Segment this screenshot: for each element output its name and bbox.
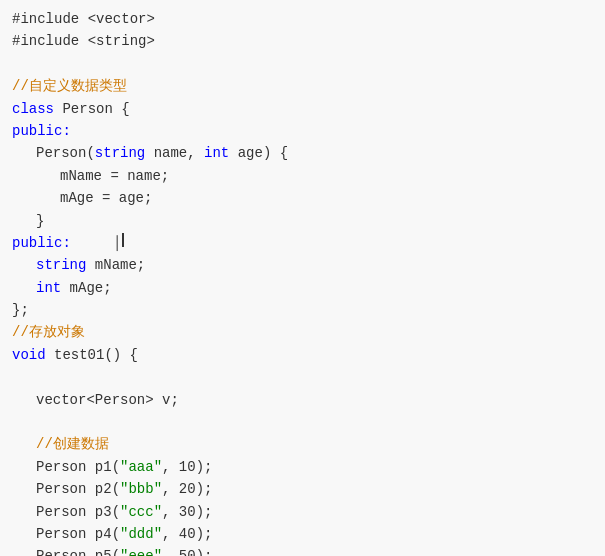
code-token: //自定义数据类型 bbox=[12, 75, 127, 97]
code-line: Person p5("eee", 50); bbox=[0, 545, 605, 556]
code-token: { bbox=[113, 98, 130, 120]
code-token: //创建数据 bbox=[36, 433, 109, 455]
code-token: mAge; bbox=[61, 277, 111, 299]
code-token: string bbox=[36, 254, 86, 276]
code-content: #include <vector>#include <string> //自定义… bbox=[0, 8, 605, 556]
code-line: //自定义数据类型 bbox=[0, 75, 605, 97]
code-line: class Person { bbox=[0, 98, 605, 120]
code-line: }; bbox=[0, 299, 605, 321]
code-token: Person bbox=[36, 456, 86, 478]
code-token: mAge bbox=[60, 187, 94, 209]
code-token: int bbox=[204, 142, 229, 164]
code-token: , 50); bbox=[162, 545, 212, 556]
code-token: p1( bbox=[86, 456, 120, 478]
code-token: public: bbox=[12, 120, 71, 142]
code-token: #include bbox=[12, 8, 88, 30]
code-token: test01() { bbox=[46, 344, 138, 366]
code-line bbox=[0, 366, 605, 388]
code-token: = name; bbox=[102, 165, 169, 187]
code-token: <vector> bbox=[88, 8, 155, 30]
code-token: Person bbox=[36, 501, 86, 523]
code-line: void test01() { bbox=[0, 344, 605, 366]
code-token: Person bbox=[36, 523, 86, 545]
code-token: "ddd" bbox=[120, 523, 162, 545]
code-token: p3( bbox=[86, 501, 120, 523]
code-token: "aaa" bbox=[120, 456, 162, 478]
code-line: Person p3("ccc", 30); bbox=[0, 501, 605, 523]
text-cursor bbox=[122, 233, 124, 247]
code-token: mName; bbox=[86, 254, 145, 276]
code-token: p2( bbox=[86, 478, 120, 500]
code-line: public: │ bbox=[0, 232, 605, 254]
code-token: <string> bbox=[88, 30, 155, 52]
code-line: public: bbox=[0, 120, 605, 142]
code-token: Person bbox=[95, 389, 145, 411]
code-line: mName = name; bbox=[0, 165, 605, 187]
code-line: vector<Person> v; bbox=[0, 389, 605, 411]
code-token: vector bbox=[36, 389, 86, 411]
code-line: int mAge; bbox=[0, 277, 605, 299]
code-line bbox=[0, 411, 605, 433]
code-editor: #include <vector>#include <string> //自定义… bbox=[0, 0, 605, 556]
code-token: "ccc" bbox=[120, 501, 162, 523]
code-line: #include <string> bbox=[0, 30, 605, 52]
code-line: #include <vector> bbox=[0, 8, 605, 30]
code-token: name, bbox=[145, 142, 204, 164]
code-token: │ bbox=[71, 232, 121, 254]
code-token: "bbb" bbox=[120, 478, 162, 500]
code-token: p5( bbox=[86, 545, 120, 556]
code-line: string mName; bbox=[0, 254, 605, 276]
code-token: , 30); bbox=[162, 501, 212, 523]
code-token: int bbox=[36, 277, 61, 299]
code-token: , 40); bbox=[162, 523, 212, 545]
code-line: //存放对象 bbox=[0, 321, 605, 343]
code-token: age) { bbox=[229, 142, 288, 164]
code-token: , 20); bbox=[162, 478, 212, 500]
code-line: Person p2("bbb", 20); bbox=[0, 478, 605, 500]
code-token: > v; bbox=[145, 389, 179, 411]
code-line: Person p4("ddd", 40); bbox=[0, 523, 605, 545]
code-token: } bbox=[36, 210, 44, 232]
code-line: Person p1("aaa", 10); bbox=[0, 456, 605, 478]
code-token: "eee" bbox=[120, 545, 162, 556]
code-token: string bbox=[95, 142, 145, 164]
code-token: //存放对象 bbox=[12, 321, 85, 343]
code-token: class bbox=[12, 98, 62, 120]
code-token: #include bbox=[12, 30, 88, 52]
code-token: Person bbox=[36, 545, 86, 556]
code-line: Person(string name, int age) { bbox=[0, 142, 605, 164]
code-token: mName bbox=[60, 165, 102, 187]
code-token: }; bbox=[12, 299, 29, 321]
code-token: ( bbox=[86, 142, 94, 164]
code-token: Person bbox=[36, 142, 86, 164]
code-token: void bbox=[12, 344, 46, 366]
code-token: , 10); bbox=[162, 456, 212, 478]
code-token: = age; bbox=[94, 187, 153, 209]
code-line bbox=[0, 53, 605, 75]
code-token: public: bbox=[12, 232, 71, 254]
code-token: p4( bbox=[86, 523, 120, 545]
code-token: Person bbox=[36, 478, 86, 500]
code-line: } bbox=[0, 210, 605, 232]
code-token: Person bbox=[62, 98, 112, 120]
code-token: < bbox=[86, 389, 94, 411]
code-line: mAge = age; bbox=[0, 187, 605, 209]
code-line: //创建数据 bbox=[0, 433, 605, 455]
